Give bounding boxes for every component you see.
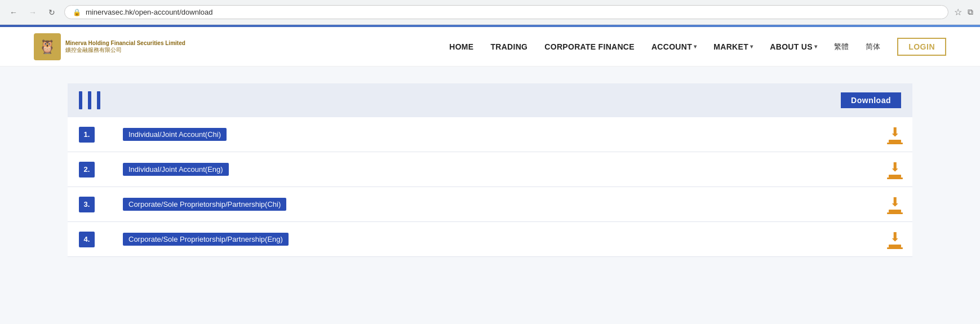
address-bar[interactable]: 🔒 minervasec.hk/open-account/download [64,5,948,19]
row-4-label-cell: Corporate/Sole Proprietorship/Partnershi… [112,222,830,257]
row-3-label-cell: Corporate/Sole Proprietorship/Partnershi… [112,187,830,222]
row-1-number: 1. [79,127,95,143]
logo-text-zh: 鑛控金融服務有限公司 [65,47,185,54]
logo-text-en: Minerva Holding Financial Securities Lim… [65,40,185,47]
logo-icon: 🦉 [34,33,61,60]
download-tray-icon [889,140,901,143]
logo[interactable]: 🦉 Minerva Holding Financial Securities L… [34,33,185,60]
download-tray-icon [889,245,901,247]
header-bars-cell [68,83,112,117]
refresh-button[interactable]: ↻ [45,6,59,19]
row-2-number: 2. [79,162,95,177]
main-content: Download 1. Individual/Joint Account(Chi… [0,66,980,324]
row-4-number-cell: 4. [68,222,112,257]
account-dropdown-arrow: ▾ [694,43,697,50]
row-4-download-cell: ⬇ [830,222,912,257]
header-empty-cell [112,83,830,117]
blue-bar-2 [88,91,91,109]
row-2-number-cell: 2. [68,152,112,187]
table-row: 4. Corporate/Sole Proprietorship/Partner… [68,222,912,257]
market-dropdown-arrow: ▾ [750,43,753,50]
row-3-download-cell: ⬇ [830,187,912,222]
download-tray-icon [889,210,901,212]
extensions-icon[interactable]: ⧉ [968,7,973,17]
blue-bar-3 [97,91,100,109]
row-4-download-button[interactable]: ⬇ [889,231,901,247]
row-1-download-cell: ⬇ [830,117,912,152]
row-3-download-button[interactable]: ⬇ [889,196,901,212]
download-arrow-icon: ⬇ [890,126,900,139]
lang-traditional[interactable]: 繁體 [834,42,849,52]
browser-chrome: ← → ↻ 🔒 minervasec.hk/open-account/downl… [0,0,980,25]
nav-home[interactable]: HOME [449,42,473,51]
download-arrow-icon: ⬇ [890,196,900,208]
row-2-label-cell: Individual/Joint Account(Eng) [112,152,830,187]
logo-text: Minerva Holding Financial Securities Lim… [65,40,185,54]
header-download-label: Download [841,92,901,108]
row-1-label: Individual/Joint Account(Chi) [123,128,227,141]
nav-corporate-finance[interactable]: CORPORATE FINANCE [544,42,635,51]
nav-links: HOME TRADING CORPORATE FINANCE ACCOUNT ▾… [449,38,946,56]
lang-simplified[interactable]: 简体 [866,42,880,52]
forward-button[interactable]: → [26,6,39,19]
table-row: 1. Individual/Joint Account(Chi) ⬇ [68,117,912,152]
about-dropdown-arrow: ▾ [814,43,817,50]
row-4-label: Corporate/Sole Proprietorship/Partnershi… [123,233,289,246]
nav-trading[interactable]: TRADING [490,42,527,51]
table-row: 2. Individual/Joint Account(Eng) ⬇ [68,152,912,187]
nav-market[interactable]: MARKET ▾ [713,42,753,51]
download-table: Download 1. Individual/Joint Account(Chi… [68,83,912,257]
table-header-row: Download [68,83,912,117]
security-icon: 🔒 [73,8,81,16]
nav-about-us[interactable]: ABOUT US ▾ [770,42,817,51]
blue-bar-1 [79,91,82,109]
url-text: minervasec.hk/open-account/download [86,8,940,16]
back-button[interactable]: ← [7,6,20,19]
download-arrow-icon: ⬇ [890,231,900,243]
login-button[interactable]: LOGIN [897,38,946,56]
header-bars [79,91,100,109]
table-row: 3. Corporate/Sole Proprietorship/Partner… [68,187,912,222]
row-3-number-cell: 3. [68,187,112,222]
row-1-download-button[interactable]: ⬇ [889,126,901,143]
row-1-number-cell: 1. [68,117,112,152]
row-1-label-cell: Individual/Joint Account(Chi) [112,117,830,152]
nav-account[interactable]: ACCOUNT ▾ [651,42,697,51]
row-2-download-button[interactable]: ⬇ [889,161,901,177]
row-3-label: Corporate/Sole Proprietorship/Partnershi… [123,198,286,211]
download-arrow-icon: ⬇ [890,161,900,174]
bookmark-icon[interactable]: ☆ [954,7,962,17]
row-3-number: 3. [79,197,95,212]
row-2-label: Individual/Joint Account(Eng) [123,163,229,176]
row-4-number: 4. [79,232,95,247]
row-2-download-cell: ⬇ [830,152,912,187]
download-tray-icon [889,175,901,177]
header-download-cell: Download [830,83,912,117]
navbar: 🦉 Minerva Holding Financial Securities L… [0,27,980,66]
